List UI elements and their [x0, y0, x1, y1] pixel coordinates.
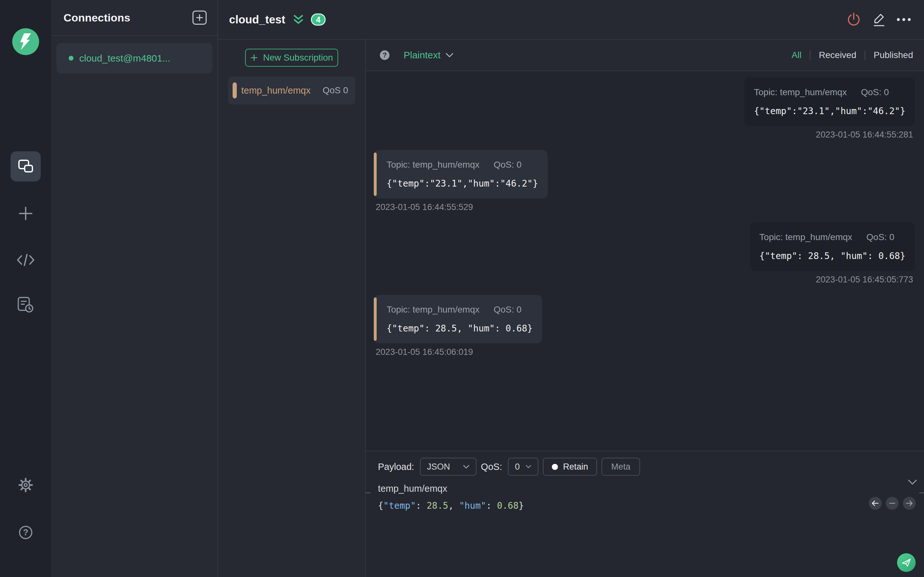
- edit-connection-button[interactable]: [870, 11, 887, 28]
- payload-editor[interactable]: {"temp": 28.5, "hum": 0.68}: [378, 500, 924, 511]
- message-bubble: Topic: temp_hum/emqx QoS: 0 {"temp":"23.…: [744, 77, 915, 126]
- qos-select[interactable]: 0: [508, 458, 538, 476]
- app-sidebar: ?: [0, 0, 51, 577]
- tab-all[interactable]: All: [792, 50, 801, 60]
- unread-count-badge: 4: [311, 13, 326, 26]
- connection-list-item[interactable]: cloud_test@m4801...: [57, 43, 212, 73]
- publish-controls: Payload: JSON QoS: 0: [378, 458, 924, 476]
- collapse-editor-chevron-icon[interactable]: [908, 480, 917, 485]
- message-topic: Topic: temp_hum/emqx: [387, 160, 479, 170]
- svg-text:?: ?: [23, 528, 29, 537]
- payload-format-dropdown[interactable]: Plaintext: [404, 50, 453, 61]
- messages-region: ? Plaintext All Received Published: [366, 40, 924, 577]
- message-qos: QoS: 0: [861, 87, 889, 97]
- paper-plane-icon: [901, 558, 911, 567]
- editor-divider-tick: [366, 492, 371, 493]
- message-meta: Topic: temp_hum/emqx QoS: 0: [387, 305, 533, 315]
- log-icon: [17, 296, 34, 313]
- message-timestamp: 2023-01-05 16:45:06:019: [374, 347, 475, 357]
- message-list[interactable]: Topic: temp_hum/emqx QoS: 0 {"temp":"23.…: [366, 71, 924, 451]
- payload-token: ,: [448, 500, 459, 511]
- message-meta: Topic: temp_hum/emqx QoS: 0: [754, 87, 905, 97]
- new-subscription-button[interactable]: New Subscription: [245, 49, 338, 67]
- tab-published[interactable]: Published: [874, 50, 913, 60]
- new-subscription-label: New Subscription: [263, 53, 333, 63]
- message-payload: {"temp": 28.5, "hum": 0.68}: [387, 323, 533, 334]
- main-region: cloud_test 4: [218, 0, 924, 577]
- publish-panel: Payload: JSON QoS: 0: [366, 451, 924, 577]
- payload-token: 0.68: [497, 500, 519, 511]
- sidebar-item-connections[interactable]: [11, 151, 41, 181]
- subscription-color-bar: [233, 82, 237, 98]
- payload-token: }: [519, 500, 524, 511]
- payload-token: "hum": [459, 500, 486, 511]
- chevron-down-icon: [446, 53, 453, 58]
- qos-label: QoS:: [481, 462, 502, 472]
- sidebar-item-new-connection[interactable]: [18, 206, 33, 221]
- connection-status-dot: [69, 56, 73, 61]
- subscription-qos: QoS 0: [323, 85, 348, 95]
- message-topic: Topic: temp_hum/emqx: [387, 305, 479, 315]
- message-payload: {"temp":"23.1","hum":"46.2"}: [754, 106, 905, 116]
- payload-token: {: [378, 500, 383, 511]
- plus-icon: [250, 54, 258, 61]
- connections-panel: Connections cloud_test@m4801...: [51, 0, 218, 577]
- connections-header: Connections: [51, 0, 218, 36]
- history-clear-button[interactable]: [886, 497, 899, 510]
- code-icon: [16, 253, 35, 268]
- message-payload: {"temp": 28.5, "hum": 0.68}: [759, 251, 905, 261]
- connections-icon: [17, 159, 34, 174]
- message-timestamp: 2023-01-05 16:45:05:773: [814, 275, 915, 285]
- subscription-item[interactable]: temp_hum/emqx QoS 0: [228, 76, 355, 105]
- payload-token: :: [486, 500, 497, 511]
- header-actions: [845, 11, 913, 28]
- tab-received[interactable]: Received: [819, 50, 856, 60]
- message-timestamp: 2023-01-05 16:44:55:281: [814, 130, 915, 140]
- disconnect-button[interactable]: [845, 11, 863, 28]
- payload-format-select[interactable]: JSON: [420, 458, 477, 476]
- sidebar-item-settings[interactable]: [18, 477, 33, 493]
- history-prev-button[interactable]: [869, 497, 882, 510]
- message-type-tabs: All Received Published: [792, 50, 913, 60]
- main-header: cloud_test 4: [218, 0, 924, 40]
- message-bubble: Topic: temp_hum/emqx QoS: 0 {"temp":"23.…: [374, 150, 548, 198]
- more-options-button[interactable]: [895, 11, 913, 28]
- message-meta: Topic: temp_hum/emqx QoS: 0: [387, 160, 538, 170]
- message-qos: QoS: 0: [493, 160, 521, 170]
- sidebar-item-script[interactable]: [16, 253, 35, 268]
- content-row: New Subscription temp_hum/emqx QoS 0 ? P…: [218, 40, 924, 577]
- payload-help-icon[interactable]: ?: [380, 50, 389, 60]
- question-circle-icon: ?: [18, 525, 33, 540]
- page-title: cloud_test: [229, 13, 285, 26]
- message-received: Topic: temp_hum/emqx QoS: 0 {"temp": 28.…: [374, 295, 915, 357]
- chevron-down-icon: [463, 465, 469, 469]
- retain-label: Retain: [563, 462, 588, 472]
- message-qos: QoS: 0: [493, 305, 521, 315]
- message-topic: Topic: temp_hum/emqx: [754, 87, 846, 97]
- chevron-down-icon: [525, 465, 531, 469]
- sidebar-item-help[interactable]: ?: [18, 525, 33, 540]
- meta-button[interactable]: Meta: [602, 458, 640, 476]
- connection-name: cloud_test@m4801...: [79, 53, 170, 64]
- message-timestamp: 2023-01-05 16:44:55:529: [374, 202, 475, 212]
- retain-dot-icon: [552, 464, 558, 470]
- message-topic: Topic: temp_hum/emqx: [759, 232, 852, 242]
- editor-divider-tick: [919, 492, 924, 493]
- payload-token: :: [416, 500, 427, 511]
- mqttx-logo-icon: [12, 28, 39, 55]
- message-received: Topic: temp_hum/emqx QoS: 0 {"temp":"23.…: [374, 150, 915, 212]
- sidebar-item-log[interactable]: [17, 296, 34, 313]
- send-button[interactable]: [897, 553, 916, 572]
- arrow-right-icon: [906, 500, 913, 506]
- plus-square-icon: [196, 14, 204, 21]
- new-connection-button[interactable]: [192, 11, 207, 25]
- minus-icon: [889, 500, 896, 506]
- retain-toggle[interactable]: Retain: [543, 458, 597, 476]
- tab-divider: [865, 50, 865, 60]
- publish-topic-input[interactable]: temp_hum/emqx: [378, 484, 924, 494]
- subscriptions-panel: New Subscription temp_hum/emqx QoS 0: [218, 40, 366, 577]
- history-next-button[interactable]: [903, 497, 916, 510]
- double-chevron-down-icon[interactable]: [294, 15, 303, 25]
- message-bubble: Topic: temp_hum/emqx QoS: 0 {"temp": 28.…: [374, 295, 542, 343]
- message-filter-bar: ? Plaintext All Received Published: [366, 40, 924, 71]
